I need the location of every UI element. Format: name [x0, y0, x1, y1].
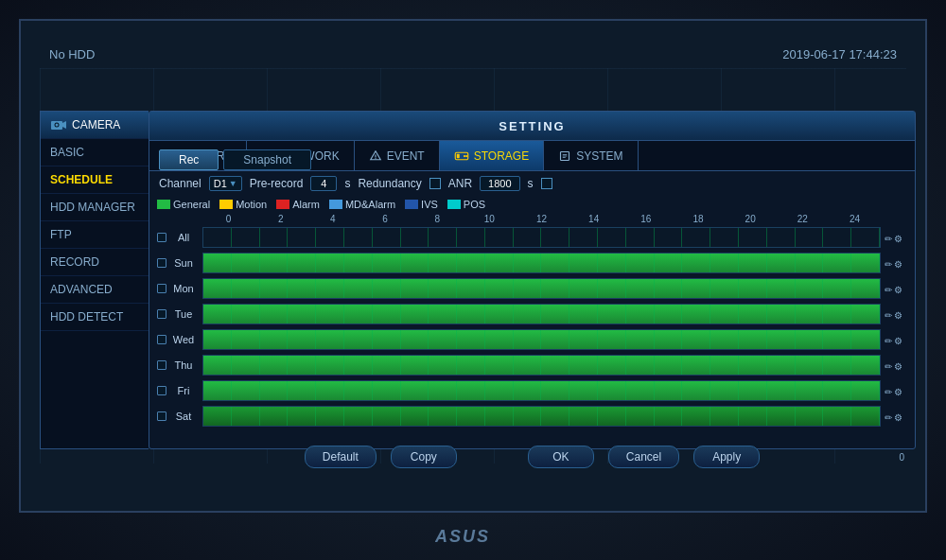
schedule-grid-area: 0 2 4 6 8 10 12 14 16 18 20 22 24	[149, 212, 915, 431]
row-bar-sat[interactable]	[202, 406, 881, 427]
row-label-all: All	[169, 232, 198, 243]
cancel-button[interactable]: Cancel	[608, 446, 679, 468]
sidebar-item-record[interactable]: RECORD	[41, 249, 149, 276]
schedule-row-thu: Thu	[157, 353, 907, 377]
sidebar-item-basic[interactable]: BASIC	[41, 139, 149, 166]
pencil-icon-all[interactable]	[885, 229, 892, 246]
channel-arrow: ▼	[229, 179, 237, 188]
control-row: Channel D1 ▼ Pre-record 4 s Redundancy A…	[149, 170, 915, 197]
sidebar-item-hdd-detect[interactable]: HDD DETECT	[41, 304, 149, 331]
row-actions-mon	[885, 280, 907, 297]
brand-bar: ASUS	[0, 525, 946, 551]
anr-checkbox[interactable]	[541, 178, 552, 189]
gear-icon-mon[interactable]	[894, 280, 902, 297]
schedule-header: 0 2 4 6 8 10 12 14 16 18 20 22 24	[202, 214, 881, 224]
row-controls-all: All	[157, 232, 202, 243]
action-buttons: Default Copy OK Cancel Apply	[149, 431, 915, 476]
pencil-icon-sat[interactable]	[885, 408, 892, 425]
row-bar-thu[interactable]	[202, 355, 881, 376]
row-bar-mon[interactable]	[202, 278, 881, 299]
row-bar-fill-wed	[203, 330, 880, 349]
gear-icon-thu[interactable]	[894, 357, 902, 374]
sidebar-item-hdd-manager[interactable]: HDD MANAGER	[41, 194, 149, 221]
pencil-icon-thu[interactable]	[885, 357, 892, 374]
anr-label: ANR	[448, 177, 472, 190]
schedule-row-tue: Tue	[157, 302, 907, 326]
row-lock-mon[interactable]	[157, 284, 166, 293]
hdd-status: No HDD	[49, 47, 95, 61]
svg-marker-1	[62, 121, 66, 129]
gear-icon-fri[interactable]	[894, 382, 902, 399]
schedule-row-sun: Sun	[157, 251, 907, 275]
pencil-icon-wed[interactable]	[885, 331, 892, 348]
brand-label: ASUS	[435, 525, 511, 551]
gear-icon-sat[interactable]	[894, 408, 902, 425]
legend-motion: Motion	[219, 199, 267, 210]
row-bar-all[interactable]	[202, 227, 881, 248]
prerecord-value[interactable]: 4	[310, 176, 337, 191]
row-bar-fri[interactable]	[202, 380, 881, 401]
legend-md-alarm-label: MD&Alarm	[345, 199, 395, 210]
svg-text:ASUS: ASUS	[435, 527, 490, 546]
sidebar-header-camera[interactable]: CAMERA	[41, 112, 149, 139]
legend-motion-color	[219, 200, 233, 209]
row-bar-fill-tue	[203, 305, 880, 324]
gear-icon-sun[interactable]	[894, 254, 902, 271]
datetime: 2019-06-17 17:44:23	[782, 47, 897, 61]
row-actions-fri	[885, 382, 907, 399]
anr-value[interactable]: 1800	[480, 176, 519, 191]
row-bar-wed[interactable]	[202, 329, 881, 350]
screen: No HDD 2019-06-17 17:44:23 D3 D6 Kb/S 0 …	[19, 19, 927, 513]
row-bar-tue[interactable]	[202, 304, 881, 324]
prerecord-unit: s	[344, 177, 350, 190]
row-lock-tue[interactable]	[157, 309, 166, 319]
row-lock-sun[interactable]	[157, 258, 166, 268]
row-controls-tue: Tue	[157, 308, 202, 320]
pencil-icon-sun[interactable]	[885, 254, 892, 271]
sidebar-item-advanced[interactable]: ADVANCED	[41, 276, 149, 304]
row-bar-sun[interactable]	[202, 253, 881, 273]
gear-icon-all[interactable]	[894, 229, 902, 246]
row-label-thu: Thu	[169, 359, 198, 371]
redundancy-label: Redundancy	[358, 177, 421, 190]
tab-rec[interactable]: Rec	[159, 149, 219, 170]
prerecord-label: Pre-record	[250, 177, 304, 190]
gear-icon-wed[interactable]	[894, 331, 902, 348]
default-button[interactable]: Default	[305, 446, 377, 468]
sidebar-item-ftp[interactable]: FTP	[41, 221, 149, 249]
legend-ivs-color	[405, 200, 418, 209]
dialog-title: SETTING	[499, 119, 565, 133]
row-lock-thu[interactable]	[157, 360, 166, 370]
inner-tabs: Rec Snapshot	[149, 142, 915, 170]
tab-snapshot[interactable]: Snapshot	[223, 149, 311, 170]
row-actions-wed	[885, 331, 907, 348]
anr-unit: s	[528, 177, 534, 190]
row-lock-all[interactable]	[157, 233, 166, 242]
row-bar-fill-mon	[203, 279, 880, 298]
row-lock-wed[interactable]	[157, 335, 166, 344]
ok-button[interactable]: OK	[528, 446, 594, 468]
gear-icon-tue[interactable]	[894, 306, 902, 323]
pencil-icon-tue[interactable]	[885, 306, 892, 323]
svg-point-3	[56, 123, 59, 126]
row-controls-mon: Mon	[157, 283, 202, 294]
pencil-icon-fri[interactable]	[885, 382, 892, 399]
legend-general: General	[157, 199, 210, 210]
row-label-wed: Wed	[169, 334, 198, 345]
row-lock-fri[interactable]	[157, 386, 166, 395]
row-lock-sat[interactable]	[157, 411, 166, 421]
legend-motion-label: Motion	[236, 199, 267, 210]
apply-button[interactable]: Apply	[693, 446, 760, 468]
legend-general-label: General	[173, 199, 210, 210]
copy-button[interactable]: Copy	[391, 446, 457, 468]
row-actions-sun	[885, 254, 907, 271]
setting-dialog: SETTING CAMERA NETWORK	[149, 111, 916, 449]
channel-select[interactable]: D1 ▼	[209, 176, 242, 191]
redundancy-checkbox[interactable]	[429, 178, 441, 189]
sidebar-item-schedule[interactable]: SCHEDULE	[41, 166, 149, 194]
pencil-icon-mon[interactable]	[885, 280, 892, 297]
legend-alarm-label: Alarm	[292, 199, 320, 210]
top-bar: No HDD 2019-06-17 17:44:23	[40, 40, 906, 68]
row-label-sat: Sat	[169, 411, 198, 422]
legend-pos-color	[447, 200, 461, 209]
